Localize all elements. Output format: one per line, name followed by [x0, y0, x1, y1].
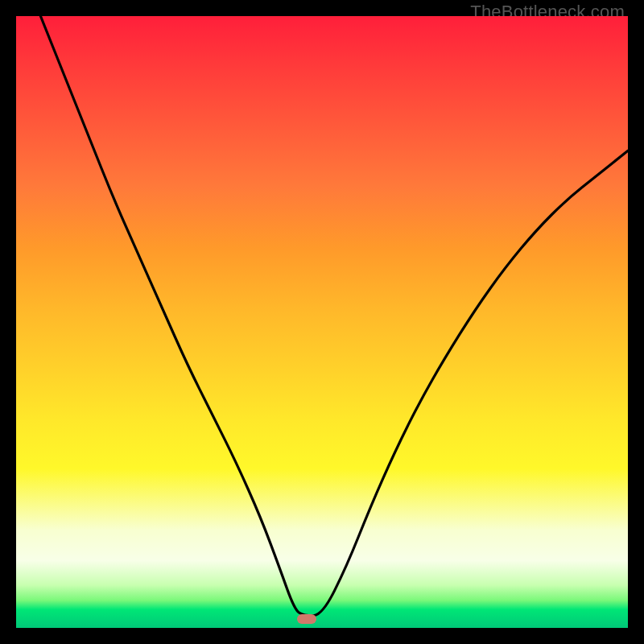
- curve-svg: [16, 16, 628, 628]
- bottleneck-curve: [40, 16, 628, 616]
- chart-container: TheBottleneck.com: [0, 0, 644, 644]
- bottleneck-marker: [297, 614, 316, 624]
- plot-area: [16, 16, 628, 628]
